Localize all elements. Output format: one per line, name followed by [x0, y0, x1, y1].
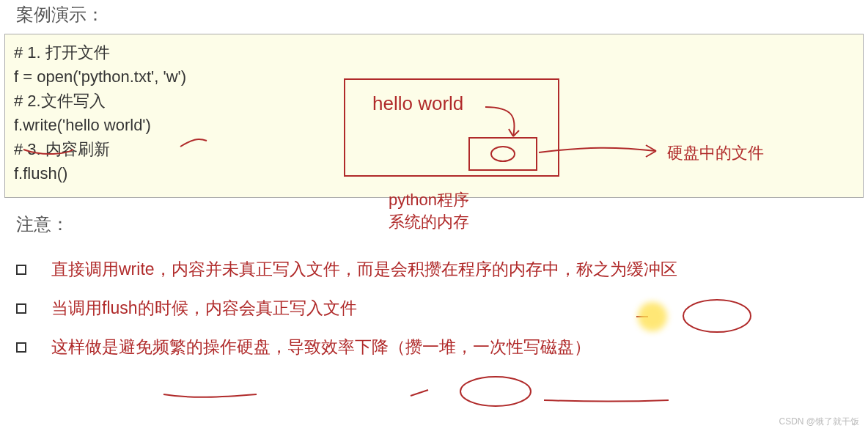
bullet-text: 当调用flush的时候，内容会真正写入文件: [51, 297, 357, 320]
bullet-text: 这样做是避免频繁的操作硬盘，导致效率下降（攒一堆，一次性写磁盘）: [51, 336, 591, 358]
code-example-box: # 1. 打开文件 f = open('python.txt', 'w') # …: [4, 34, 864, 198]
code-line: f = open('python.txt', 'w'): [14, 65, 854, 89]
diagram-label-disk: 硬盘中的文件: [667, 142, 764, 164]
bullet-list: 直接调用write，内容并未真正写入文件，而是会积攒在程序的内存中，称之为缓冲区…: [0, 258, 868, 358]
diagram-label-hello: hello world: [372, 92, 463, 115]
svg-point-4: [460, 377, 531, 406]
list-item: 直接调用write，内容并未真正写入文件，而是会积攒在程序的内存中，称之为缓冲区: [16, 258, 852, 281]
code-line: f.flush(): [14, 161, 854, 185]
list-item: 这样做是避免频繁的操作硬盘，导致效率下降（攒一堆，一次性写磁盘）: [16, 336, 852, 358]
code-line: # 1. 打开文件: [14, 40, 854, 65]
diagram-label-memory-1: python程序: [389, 189, 469, 211]
section-heading: 案例演示：: [0, 0, 868, 34]
diagram-label-memory-2: 系统的内存: [389, 211, 469, 233]
code-line: f.write('hello world'): [14, 113, 854, 137]
bullet-text: 直接调用write，内容并未真正写入文件，而是会积攒在程序的内存中，称之为缓冲区: [51, 258, 677, 281]
bullet-marker: [16, 265, 26, 275]
list-item: 当调用flush的时候，内容会真正写入文件: [16, 297, 852, 320]
bullet-marker: [16, 303, 26, 314]
highlight-marker: [638, 302, 667, 331]
watermark: CSDN @饿了就干饭: [779, 416, 859, 428]
bullet-marker: [16, 342, 26, 353]
